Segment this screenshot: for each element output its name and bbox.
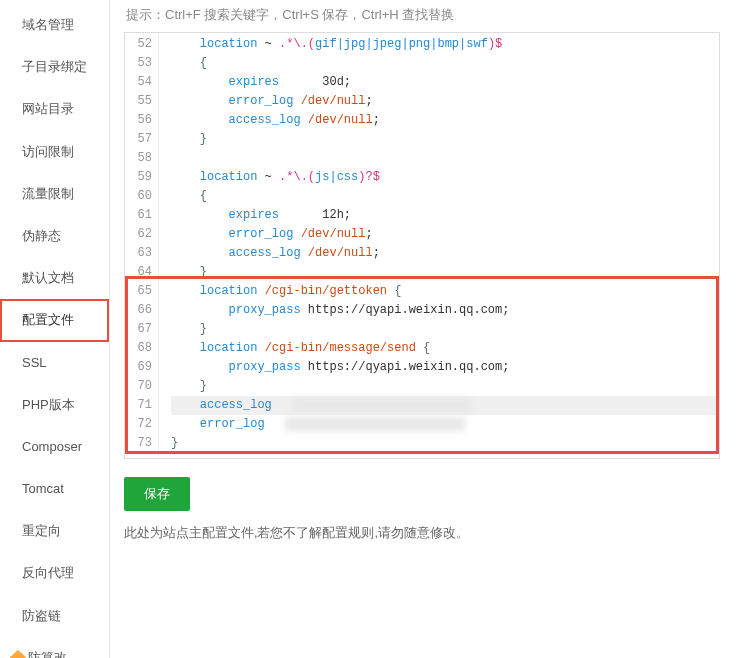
- code-line[interactable]: proxy_pass https://qyapi.weixin.qq.com;: [171, 358, 719, 377]
- line-number: 58: [129, 149, 152, 168]
- code-line[interactable]: access_log: [171, 396, 719, 415]
- line-number: 63: [129, 244, 152, 263]
- code-line[interactable]: }: [171, 130, 719, 149]
- line-number: 61: [129, 206, 152, 225]
- save-button[interactable]: 保存: [124, 477, 190, 511]
- code-line[interactable]: }: [171, 377, 719, 396]
- sidebar: 域名管理子目录绑定网站目录访问限制流量限制伪静态默认文档配置文件SSLPHP版本…: [0, 0, 110, 658]
- code-line[interactable]: error_log /dev/null;: [171, 225, 719, 244]
- sidebar-item-label: 防盗链: [22, 608, 61, 623]
- code-line[interactable]: proxy_pass https://qyapi.weixin.qq.com;: [171, 301, 719, 320]
- code-line[interactable]: access_log /dev/null;: [171, 111, 719, 130]
- line-number: 62: [129, 225, 152, 244]
- warning-note: 此处为站点主配置文件,若您不了解配置规则,请勿随意修改。: [124, 525, 751, 542]
- code-line[interactable]: }: [171, 320, 719, 339]
- line-number: 57: [129, 130, 152, 149]
- sidebar-item-tomcat[interactable]: Tomcat: [0, 468, 109, 510]
- code-line[interactable]: error_log: [171, 415, 719, 434]
- line-number: 54: [129, 73, 152, 92]
- code-line[interactable]: error_log /dev/null;: [171, 92, 719, 111]
- sidebar-item-label: 配置文件: [22, 312, 74, 327]
- sidebar-item-label: Tomcat: [22, 481, 64, 496]
- line-number: 73: [129, 434, 152, 453]
- code-line[interactable]: }: [171, 434, 719, 453]
- sidebar-item-subdir[interactable]: 子目录绑定: [0, 46, 109, 88]
- sidebar-item-label: 防篡改: [28, 649, 67, 658]
- diamond-icon: [10, 649, 27, 658]
- sidebar-item-label: 子目录绑定: [22, 59, 87, 74]
- sidebar-item-ssl[interactable]: SSL: [0, 342, 109, 384]
- sidebar-item-label: PHP版本: [22, 397, 75, 412]
- line-number: 69: [129, 358, 152, 377]
- code-line[interactable]: }: [171, 263, 719, 282]
- sidebar-item-webdir[interactable]: 网站目录: [0, 88, 109, 130]
- sidebar-item-label: 访问限制: [22, 144, 74, 159]
- sidebar-item-rewrite[interactable]: 伪静态: [0, 215, 109, 257]
- code-line[interactable]: {: [171, 187, 719, 206]
- line-number: 59: [129, 168, 152, 187]
- code-line[interactable]: [171, 149, 719, 168]
- sidebar-item-label: 重定向: [22, 523, 61, 538]
- sidebar-item-domain[interactable]: 域名管理: [0, 4, 109, 46]
- sidebar-item-hotlink[interactable]: 防盗链: [0, 595, 109, 637]
- line-number: 68: [129, 339, 152, 358]
- line-number: 60: [129, 187, 152, 206]
- code-editor[interactable]: 5253545556575859606162636465666768697071…: [124, 32, 720, 459]
- sidebar-item-label: 网站目录: [22, 101, 74, 116]
- sidebar-item-redirect[interactable]: 重定向: [0, 510, 109, 552]
- sidebar-item-defaultdoc[interactable]: 默认文档: [0, 257, 109, 299]
- line-number: 66: [129, 301, 152, 320]
- sidebar-item-label: 默认文档: [22, 270, 74, 285]
- code-line[interactable]: location /cgi-bin/gettoken {: [171, 282, 719, 301]
- line-number: 52: [129, 35, 152, 54]
- sidebar-item-composer[interactable]: Composer: [0, 426, 109, 468]
- sidebar-item-access[interactable]: 访问限制: [0, 131, 109, 173]
- sidebar-item-php[interactable]: PHP版本: [0, 384, 109, 426]
- sidebar-item-label: 域名管理: [22, 17, 74, 32]
- line-number: 65: [129, 282, 152, 301]
- line-number: 56: [129, 111, 152, 130]
- redacted-text: [285, 417, 465, 431]
- sidebar-item-label: SSL: [22, 355, 47, 370]
- main-panel: 提示：Ctrl+F 搜索关键字，Ctrl+S 保存，Ctrl+H 查找替换 52…: [110, 0, 751, 658]
- redacted-text: [292, 398, 472, 412]
- code-line[interactable]: expires 12h;: [171, 206, 719, 225]
- sidebar-item-label: 流量限制: [22, 186, 74, 201]
- line-number: 70: [129, 377, 152, 396]
- sidebar-item-label: 伪静态: [22, 228, 61, 243]
- sidebar-item-config[interactable]: 配置文件: [0, 299, 109, 341]
- line-number: 67: [129, 320, 152, 339]
- code-line[interactable]: {: [171, 54, 719, 73]
- code-area[interactable]: location ~ .*\.(gif|jpg|jpeg|png|bmp|swf…: [159, 33, 719, 455]
- sidebar-item-label: Composer: [22, 439, 82, 454]
- hint-text: 提示：Ctrl+F 搜索关键字，Ctrl+S 保存，Ctrl+H 查找替换: [124, 6, 751, 24]
- sidebar-item-label: 反向代理: [22, 565, 74, 580]
- line-number: 72: [129, 415, 152, 434]
- line-number: 71: [129, 396, 152, 415]
- sidebar-item-proxy[interactable]: 反向代理: [0, 552, 109, 594]
- sidebar-item-traffic[interactable]: 流量限制: [0, 173, 109, 215]
- code-line[interactable]: location ~ .*\.(js|css)?$: [171, 168, 719, 187]
- code-line[interactable]: location /cgi-bin/message/send {: [171, 339, 719, 358]
- code-line[interactable]: expires 30d;: [171, 73, 719, 92]
- line-number: 55: [129, 92, 152, 111]
- line-gutter: 5253545556575859606162636465666768697071…: [125, 33, 159, 455]
- line-number: 53: [129, 54, 152, 73]
- sidebar-item-tamper[interactable]: 防篡改: [0, 637, 109, 658]
- code-line[interactable]: access_log /dev/null;: [171, 244, 719, 263]
- code-line[interactable]: location ~ .*\.(gif|jpg|jpeg|png|bmp|swf…: [171, 35, 719, 54]
- line-number: 64: [129, 263, 152, 282]
